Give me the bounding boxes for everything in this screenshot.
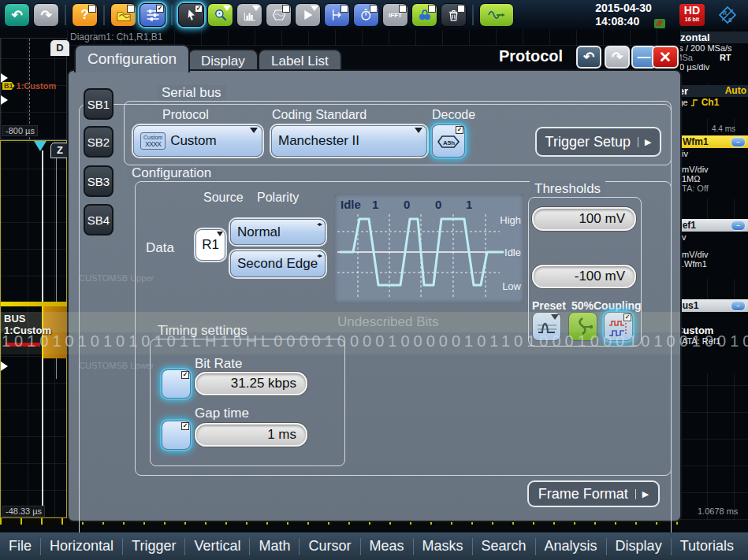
upper-threshold-field[interactable]: 100 mV	[532, 207, 636, 231]
bus1-top-label: B1 1:Custom	[2, 81, 56, 91]
top-toolbar: ↶ ↷ ? ✓ ✓	[0, 0, 748, 30]
submenu-arrow-icon: ▶	[635, 489, 649, 499]
coupling-checkbox[interactable]: ✓	[604, 312, 633, 341]
dropdown-arrow-icon	[415, 128, 422, 133]
horizontal-title: Horizontal	[680, 32, 710, 43]
menu-search[interactable]: Search	[473, 538, 535, 554]
rohde-schwarz-logo: R S	[716, 3, 739, 27]
sb1-tab[interactable]: SB1	[84, 88, 114, 120]
minimize-pill[interactable]: –	[731, 301, 746, 311]
generator-button[interactable]	[479, 3, 514, 27]
sequence-button[interactable]	[295, 3, 321, 27]
red-marker-line	[6, 343, 40, 347]
trigger-source: Ch1	[701, 97, 720, 108]
waveform-icon	[486, 7, 508, 23]
coding-standard-dropdown[interactable]: Manchester II	[271, 125, 427, 157]
sb4-tab[interactable]: SB4	[84, 204, 114, 235]
gap-time-checkbox[interactable]: ✓	[162, 421, 191, 450]
preset-button[interactable]	[532, 312, 561, 341]
frame-format-button[interactable]: Frame Format▶	[527, 480, 660, 507]
decode-label: Decode	[432, 108, 475, 122]
signal-settings-button[interactable]: ✓	[140, 3, 166, 27]
mask-test-button[interactable]	[266, 3, 292, 27]
data-source-dropdown[interactable]: R1	[195, 229, 225, 261]
dialog-forward-button[interactable]: ↷	[605, 46, 630, 69]
menu-trigger[interactable]: Trigger	[123, 538, 184, 554]
edge-selector[interactable]: Second Edge ◂▸	[230, 250, 326, 277]
toolbar-separator	[472, 5, 474, 25]
trigger-mode: Auto	[725, 85, 746, 97]
menu-masks[interactable]: Masks	[414, 538, 472, 554]
lower-threshold-field[interactable]: -100 mV	[532, 265, 636, 288]
trigger-panel: TriggerAuto Edge Ch1	[680, 85, 748, 118]
toolbar-separator	[171, 5, 173, 25]
forward-icon: ↷	[612, 49, 623, 65]
menu-analysis[interactable]: Analysis	[536, 538, 606, 554]
bit-rate-field[interactable]: 31.25 kbps	[195, 372, 307, 395]
watermark-lower: CUSTOMSB Lower	[79, 361, 154, 370]
protocol-dropdown[interactable]: Custom XXXX Custom	[133, 125, 262, 157]
gap-time-field[interactable]: 1 ms	[195, 423, 307, 447]
pointer-button[interactable]: ✓	[178, 3, 204, 27]
timer-button[interactable]	[353, 3, 379, 27]
ref1-title: Ref1	[680, 220, 696, 231]
menu-math[interactable]: Math	[250, 538, 299, 554]
fifty-percent-label: 50%	[571, 299, 594, 312]
bus1-label: BUS 1:Custom	[4, 313, 66, 336]
histogram-button[interactable]	[236, 3, 262, 27]
sb2-tab[interactable]: SB2	[84, 126, 114, 158]
menu-cursor[interactable]: Cursor	[300, 538, 359, 554]
bottom-menu-bar: File Horizontal Trigger Vertical Math Cu…	[0, 532, 748, 560]
toolbar-separator	[65, 5, 66, 25]
timing-settings-heading: Timing settings	[153, 323, 252, 339]
measurement-button[interactable]	[324, 3, 350, 27]
menu-horizontal[interactable]: Horizontal	[41, 538, 122, 554]
undo-button[interactable]: ↶	[4, 3, 30, 27]
search-button[interactable]	[411, 3, 437, 27]
sb3-tab[interactable]: SB3	[84, 165, 114, 197]
decode-a5h-icon: A5h	[437, 134, 460, 150]
minimize-pill[interactable]: –	[731, 137, 746, 147]
redo-icon: ↷	[40, 7, 51, 24]
tab-configuration[interactable]: Configuration	[74, 44, 190, 72]
redo-button[interactable]: ↷	[33, 3, 59, 27]
right-signal-bar: Horizontal µs / 200 MSa/s 20 MSaRT 10 µs…	[680, 30, 748, 520]
dialog-close-button[interactable]: ✕	[652, 46, 679, 69]
bus1-data: DATA: Ref1	[680, 336, 746, 346]
fifty-percent-button[interactable]	[568, 312, 597, 341]
time-mid-label: 4.4 ms	[712, 124, 735, 133]
preset-label: Preset	[532, 299, 566, 312]
dialog-back-button[interactable]: ↶	[576, 46, 601, 69]
gap-time-label: Gap time	[195, 406, 249, 421]
minimize-pill[interactable]: –	[731, 221, 746, 231]
back-icon: ↶	[583, 49, 594, 65]
status-flag-icon	[654, 19, 665, 28]
menu-file[interactable]: File	[0, 538, 40, 554]
menu-display[interactable]: Display	[607, 538, 671, 554]
decode-checkbox[interactable]: A5h ✓	[432, 124, 465, 158]
delete-button[interactable]	[441, 3, 467, 27]
bit-rate-checkbox[interactable]: ✓	[162, 369, 191, 399]
fft-button[interactable]: IFFT	[382, 3, 408, 27]
bit-rate-label: Bit Rate	[195, 356, 242, 372]
time-label: -48.33 µs	[2, 506, 45, 517]
open-file-button[interactable]	[110, 3, 136, 27]
svg-text:R: R	[723, 10, 727, 16]
menu-vertical[interactable]: Vertical	[185, 538, 249, 554]
background-top-strip: Diagram1: Ch1,R1,B1	[67, 30, 680, 46]
time-text: 14:08:40	[595, 15, 652, 28]
scale-text: 10 µs/div	[680, 62, 748, 72]
menu-tutorials[interactable]: Tutorials	[672, 538, 742, 554]
trigger-setup-button[interactable]: Trigger Setup▶	[535, 127, 661, 157]
help-button[interactable]: ?	[72, 3, 98, 27]
zoom-button[interactable]	[207, 3, 233, 27]
coupling-label: Coupling	[594, 299, 642, 312]
submenu-arrow-icon: ▶	[638, 137, 651, 147]
polarity-selector[interactable]: Normal ◂▸	[230, 219, 326, 245]
menu-meas[interactable]: Meas	[361, 538, 413, 554]
watermark-upper: CUSTOMSB Upper	[79, 273, 154, 283]
undo-icon: ↶	[11, 7, 22, 24]
bus1-title: Bus1	[680, 300, 698, 311]
serial-bus-heading: Serial bus	[157, 85, 226, 101]
time-label: -800 µs	[2, 125, 38, 136]
